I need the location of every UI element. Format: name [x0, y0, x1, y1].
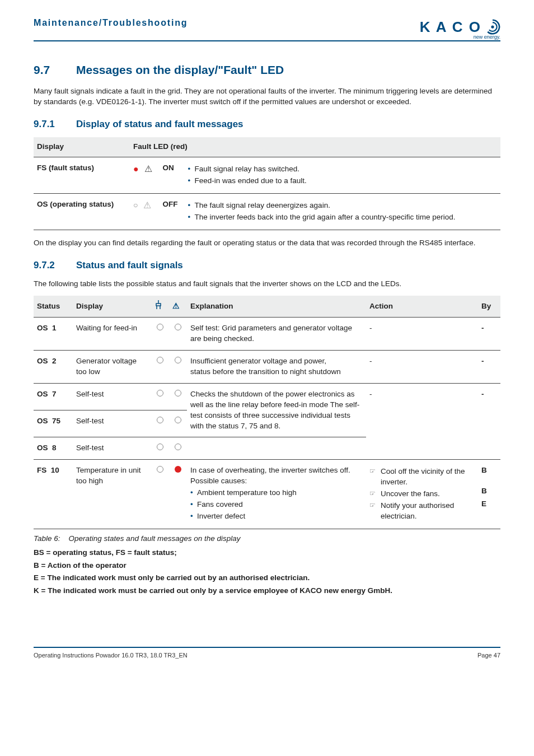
by-text: - — [478, 318, 500, 351]
status-num: 1 — [52, 324, 57, 332]
explanation-text: Insufficient generator voltage and power… — [187, 351, 366, 384]
definition-line: K = The indicated work must be carried o… — [34, 586, 500, 596]
by-item: E — [481, 499, 497, 510]
status-num: 8 — [52, 444, 57, 452]
led1-icon — [151, 383, 169, 410]
explanation-line: status before the transition to night sh… — [190, 367, 341, 376]
display-text: Self-test — [73, 383, 151, 410]
subsection-number: 9.7.2 — [34, 259, 60, 272]
led2-icon — [169, 460, 187, 529]
th-led2-icon: ⚠ — [169, 296, 187, 317]
row-os-label: OS (operating status) — [34, 194, 130, 230]
page-header: Maintenance/Troubleshooting K A C O new … — [34, 0, 500, 40]
by-item: B — [481, 486, 497, 497]
list-item: Fault signal relay has switched. — [188, 164, 497, 175]
table-row: OS 2 Generator voltage too low Insuffici… — [34, 351, 500, 384]
row-fs-led: ● ⚠ — [130, 157, 160, 194]
th-led1-icon — [151, 296, 169, 317]
action-text: - — [366, 351, 478, 384]
warning-triangle-off-icon: ⚠ — [143, 199, 151, 212]
status-code: OS — [37, 324, 48, 332]
section-9-7-2-heading: 9.7.2 Status and fault signals — [34, 259, 500, 272]
by-text: - — [478, 383, 500, 459]
led-dot-red-icon: ● — [133, 163, 139, 175]
caption-text: Operating states and fault messages on t… — [69, 534, 241, 543]
th-display: Display — [73, 296, 151, 317]
status-code: FS — [37, 466, 46, 474]
led1-icon — [151, 351, 169, 384]
page-footer: Operating Instructions Powador 16.0 TR3,… — [34, 647, 500, 660]
header-section-title: Maintenance/Troubleshooting — [34, 17, 188, 29]
list-item: Notify your authorised electrician. — [369, 501, 475, 522]
explanation-text — [187, 437, 366, 460]
status-num: 75 — [52, 417, 60, 425]
table-row: OS 1 Waiting for feed-in Self test: Grid… — [34, 318, 500, 351]
logo-subtext: new energy. — [474, 34, 500, 41]
led2-icon — [169, 410, 187, 437]
row-os-state: OFF — [160, 194, 185, 230]
led-dot-off-icon: ○ — [133, 200, 138, 211]
col-display-header: Display — [34, 137, 130, 157]
list-item: The fault signal relay deenergizes again… — [188, 200, 497, 211]
list-item: Ambient temperature too high — [190, 488, 363, 498]
by-text: - — [478, 351, 500, 384]
action-cell: Cool off the vicinity of the inverter. U… — [366, 460, 478, 529]
th-explanation: Explanation — [187, 296, 366, 317]
led2-icon — [169, 437, 187, 460]
th-action: Action — [366, 296, 478, 317]
row-fs-label: FS (fault status) — [34, 157, 130, 194]
by-cell: B B E — [478, 460, 500, 529]
status-num: 7 — [52, 390, 57, 398]
explanation-line: Insufficient generator voltage and power… — [190, 357, 326, 365]
led2-icon — [169, 383, 187, 410]
list-item: Cool off the vicinity of the inverter. — [369, 466, 475, 488]
table-row: FS 10 Temperature in unit too high In ca… — [34, 460, 500, 529]
led2-icon — [169, 351, 187, 384]
logo-text: K A C O — [420, 17, 481, 37]
explanation-text: Self test: Grid parameters and generator… — [187, 318, 366, 351]
section-number: 9.7 — [34, 62, 60, 78]
status-num: 10 — [51, 466, 59, 474]
subsection-number: 9.7.1 — [34, 118, 60, 131]
status-code: OS — [37, 390, 48, 398]
display-text: Self-test — [73, 410, 151, 437]
subsection-title: Display of status and fault messages — [76, 118, 243, 131]
display-text: Generator voltage too low — [73, 351, 151, 384]
row-fs-items: Fault signal relay has switched. Feed-in… — [184, 157, 500, 194]
led1-icon — [151, 437, 169, 460]
logo-swirl-icon — [485, 19, 500, 35]
svg-rect-2 — [156, 304, 161, 306]
explanation-text: In case of overheating, the inverter swi… — [190, 465, 363, 487]
by-item: B — [481, 465, 497, 476]
status-code: OS — [37, 357, 48, 365]
status-code: OS — [37, 417, 48, 425]
footer-left: Operating Instructions Powador 16.0 TR3,… — [34, 651, 188, 660]
led1-icon — [151, 318, 169, 351]
table-row: OS 7 Self-test Checks the shutdown of th… — [34, 383, 500, 410]
list-item: The inverter feeds back into the grid ag… — [188, 212, 497, 223]
warning-triangle-icon: ⚠ — [144, 163, 152, 175]
subsection-title: Status and fault signals — [76, 259, 183, 272]
th-by: By — [478, 296, 500, 317]
list-item: Feed-in was ended due to a fault. — [188, 176, 497, 186]
status-signals-table: Status Display ⚠ Explanation Action By O… — [34, 296, 500, 529]
display-text: Self-test — [73, 437, 151, 460]
action-text: - — [366, 383, 478, 459]
led2-icon — [169, 318, 187, 351]
list-item: Fans covered — [190, 500, 363, 510]
action-text: - — [366, 318, 478, 351]
section-9-7-2-intro: The following table lists the possible s… — [34, 279, 500, 290]
display-text: Temperature in unit too high — [73, 460, 151, 529]
row-os-items: The fault signal relay deenergizes again… — [184, 194, 500, 230]
definition-line: BS = operating status, FS = fault status… — [34, 548, 500, 558]
explanation-cell: In case of overheating, the inverter swi… — [187, 460, 366, 529]
row-os-led: ○ ⚠ — [130, 194, 160, 230]
brand-logo: K A C O new energy. — [420, 17, 500, 37]
led1-icon — [151, 410, 169, 437]
section-9-7-1-heading: 9.7.1 Display of status and fault messag… — [34, 118, 500, 131]
fault-led-table: Display Fault LED (red) FS (fault status… — [34, 137, 500, 230]
definition-line: B = Action of the operator — [34, 561, 500, 571]
header-rule — [34, 40, 500, 41]
status-code: OS — [37, 444, 48, 452]
list-item: Inverter defect — [190, 511, 363, 522]
